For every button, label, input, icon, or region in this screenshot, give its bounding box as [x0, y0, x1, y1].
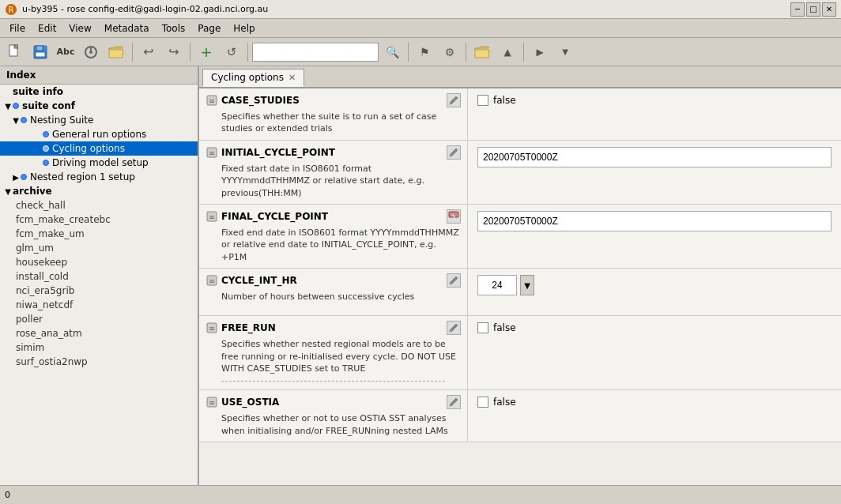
general-run-label: General run options [52, 129, 146, 140]
svg-text:≡: ≡ [209, 399, 215, 407]
more-button[interactable]: ▼ [553, 41, 577, 63]
config-name-row-case-studies: ≡ CASE_STUDIES [206, 93, 461, 107]
tab-cycling-options[interactable]: Cycling options ✕ [202, 69, 304, 87]
initial-cycle-desc: Fixed start date in ISO8601 format YYYYm… [206, 163, 461, 199]
svg-text:≡: ≡ [209, 149, 215, 157]
case-studies-checkbox[interactable] [477, 95, 488, 106]
svg-text:✎: ✎ [451, 213, 456, 220]
use-ostia-edit-icon[interactable] [447, 395, 461, 409]
free-run-value-row: false [477, 322, 516, 333]
cycle-int-edit-icon[interactable] [447, 273, 461, 288]
toolbar: Abc ↩ ↪ + ↺ 🔍 ⚑ ⚙ ▲ ▶ ▼ [0, 38, 841, 66]
case-studies-edit-icon[interactable] [447, 93, 461, 107]
sep2 [190, 43, 190, 62]
sidebar-item-housekeep[interactable]: housekeep [0, 255, 198, 269]
sidebar-item-surf-ostia2nwp[interactable]: surf_ostia2nwp [0, 355, 198, 369]
initial-cycle-input[interactable] [477, 147, 832, 167]
sidebar-item-nested-region[interactable]: ▶ Nested region 1 setup [0, 170, 198, 184]
driving-label: Driving model setup [52, 157, 149, 168]
use-ostia-checkbox[interactable] [477, 397, 488, 408]
sidebar-item-niwa-netcdf[interactable]: niwa_netcdf [0, 298, 198, 312]
config-right-initial-cycle [468, 141, 841, 204]
sidebar-item-fcm-make-createbc[interactable]: fcm_make_createbc [0, 213, 198, 227]
sidebar: Index suite info ▼ suite conf ▼ Nesting … [0, 66, 199, 485]
redo-button[interactable]: ↪ [162, 41, 186, 63]
save-button[interactable] [28, 41, 52, 63]
settings-button[interactable]: ⚙ [438, 41, 462, 63]
menu-page[interactable]: Page [191, 21, 227, 36]
menu-edit[interactable]: Edit [32, 21, 62, 36]
cycling-dot [43, 145, 49, 152]
final-cycle-input[interactable] [477, 211, 832, 231]
reload-button[interactable]: ↺ [220, 41, 243, 63]
use-ostia-value: false [493, 397, 516, 408]
content-area: Cycling options ✕ ≡ CASE_STUDIES [199, 66, 841, 485]
free-run-edit-icon[interactable] [447, 321, 461, 335]
cycle-int-dropdown-btn[interactable]: ▼ [520, 275, 534, 295]
use-ostia-desc: Specifies whether or not to use OSTIA SS… [206, 412, 461, 437]
config-icon-free-run: ≡ [206, 322, 218, 334]
toggle-nesting-suite: ▼ [11, 116, 21, 125]
svg-text:≡: ≡ [209, 277, 215, 285]
refresh-cycle-button[interactable] [79, 41, 103, 63]
free-run-checkbox[interactable] [477, 322, 488, 333]
sidebar-item-glm-um[interactable]: glm_um [0, 241, 198, 255]
menu-metadata[interactable]: Metadata [98, 21, 156, 36]
svg-text:≡: ≡ [209, 325, 215, 333]
search-input[interactable] [252, 43, 379, 62]
final-cycle-edit-icon[interactable]: ✎ [447, 209, 461, 224]
sidebar-item-general-run-options[interactable]: General run options [0, 127, 198, 141]
config-name-row-use-ostia: ≡ USE_OSTIA [206, 395, 461, 409]
use-ostia-name: USE_OSTIA [221, 397, 443, 408]
content-scroll[interactable]: ≡ CASE_STUDIES Specifies whether the sui… [199, 88, 841, 485]
toggle-nested-region: ▶ [11, 173, 21, 182]
new-button[interactable] [3, 41, 27, 63]
sidebar-item-rose-ana-atm[interactable]: rose_ana_atm [0, 326, 198, 340]
sidebar-item-archive[interactable]: ▼ archive [0, 184, 198, 198]
svg-text:R: R [9, 6, 14, 14]
up-button[interactable]: ▲ [496, 41, 519, 63]
sidebar-header: Index [0, 66, 198, 85]
cycle-int-input[interactable] [477, 275, 517, 295]
initial-cycle-edit-icon[interactable] [447, 145, 461, 160]
config-row-free-run: ≡ FREE_RUN Specifies whether nested regi… [199, 316, 841, 390]
sidebar-item-poller[interactable]: poller [0, 312, 198, 326]
spellcheck-button[interactable]: Abc [54, 41, 77, 63]
sidebar-item-check-hall[interactable]: check_hall [0, 198, 198, 213]
config-left-initial-cycle: ≡ INITIAL_CYCLE_POINT Fixed start date i… [199, 141, 468, 204]
minimize-button[interactable]: ─ [790, 2, 805, 17]
sidebar-item-simim[interactable]: simim [0, 340, 198, 355]
config-left-cycle-int: ≡ CYCLE_INT_HR Number of hours between s… [199, 269, 468, 315]
menu-help[interactable]: Help [227, 21, 261, 36]
sidebar-item-nci-era5grib[interactable]: nci_era5grib [0, 284, 198, 298]
sidebar-item-suite-conf[interactable]: ▼ suite conf [0, 99, 198, 113]
app-icon: R [5, 3, 17, 16]
sidebar-item-nesting-suite[interactable]: ▼ Nesting Suite [0, 113, 198, 127]
window-title: u-by395 - rose config-edit@gadi-login-02… [22, 4, 790, 14]
close-button[interactable]: ✕ [822, 2, 836, 17]
sidebar-item-install-cold[interactable]: install_cold [0, 269, 198, 284]
open-folder-button[interactable] [104, 41, 128, 63]
sidebar-item-suite-info[interactable]: suite info [0, 85, 198, 99]
play-button[interactable]: ▶ [528, 41, 552, 63]
svg-rect-6 [36, 46, 43, 51]
statusbar: 0 [0, 485, 841, 504]
menu-view[interactable]: View [62, 21, 97, 36]
sidebar-item-cycling-options[interactable]: Cycling options [0, 141, 198, 156]
undo-button[interactable]: ↩ [137, 41, 160, 63]
final-cycle-name: FINAL_CYCLE_POINT [221, 211, 443, 222]
add-button[interactable]: + [194, 41, 218, 63]
tab-close-button[interactable]: ✕ [289, 73, 296, 83]
maximize-button[interactable]: □ [806, 2, 820, 17]
sep5 [466, 43, 466, 62]
search-button[interactable]: 🔍 [380, 41, 404, 63]
sep1 [132, 43, 133, 62]
menu-tools[interactable]: Tools [156, 21, 192, 36]
sidebar-item-fcm-make-um[interactable]: fcm_make_um [0, 227, 198, 241]
folder2-button[interactable] [470, 41, 494, 63]
sidebar-item-driving-model[interactable]: Driving model setup [0, 156, 198, 170]
flag-button[interactable]: ⚑ [413, 41, 436, 63]
menu-file[interactable]: File [3, 21, 32, 36]
toggle-archive: ▼ [3, 187, 13, 196]
driving-dot [43, 160, 49, 166]
